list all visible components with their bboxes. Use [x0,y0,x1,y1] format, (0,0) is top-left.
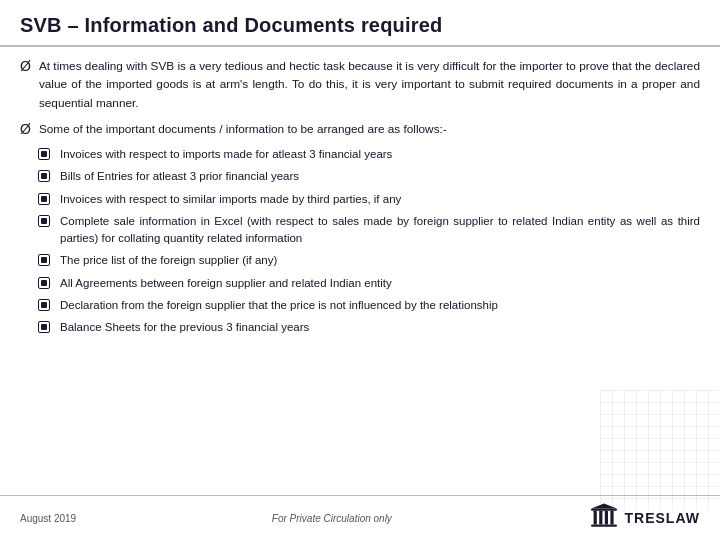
list-item: Bills of Entries for atleast 3 prior fin… [38,168,700,185]
bullet-square-icon [38,148,50,160]
svg-rect-5 [604,511,607,525]
bullet-arrow-1: Ø [20,58,31,74]
footer-date: August 2019 [20,513,76,524]
slide: SVB – Information and Documents required… [0,0,720,540]
footer-center-text: For Private Circulation only [272,513,392,524]
sub-bullet-text-5: All Agreements between foreign supplier … [60,275,392,292]
sub-bullet-text-6: Declaration from the foreign supplier th… [60,297,498,314]
sub-bullet-text-0: Invoices with respect to imports made fo… [60,146,392,163]
svg-rect-2 [591,508,617,510]
list-item: Invoices with respect to imports made fo… [38,146,700,163]
main-bullet-2: Ø Some of the important documents / info… [20,120,700,138]
content-area: Ø At times dealing with SVB is a very te… [0,47,720,495]
bullet-text-1: At times dealing with SVB is a very tedi… [39,57,700,112]
sub-bullet-text-7: Balance Sheets for the previous 3 financ… [60,319,309,336]
sub-bullet-text-3: Complete sale information in Excel (with… [60,213,700,248]
footer-logo: TRESLAW [588,502,700,534]
svg-rect-6 [610,511,613,525]
svg-rect-1 [591,524,617,526]
bullet-square-icon [38,299,50,311]
main-bullet-1: Ø At times dealing with SVB is a very te… [20,57,700,112]
sub-bullet-text-1: Bills of Entries for atleast 3 prior fin… [60,168,299,185]
header: SVB – Information and Documents required [0,0,720,47]
svg-rect-3 [593,511,596,525]
bullet-square-icon [38,277,50,289]
bullet-square-icon [38,254,50,266]
bullet-square-icon [38,215,50,227]
sub-bullet-text-2: Invoices with respect to similar imports… [60,191,401,208]
list-item: Complete sale information in Excel (with… [38,213,700,248]
bullet-text-2: Some of the important documents / inform… [39,120,447,138]
logo-text: TRESLAW [625,510,700,526]
list-item: Invoices with respect to similar imports… [38,191,700,208]
list-item: Declaration from the foreign supplier th… [38,297,700,314]
list-item: All Agreements between foreign supplier … [38,275,700,292]
bullet-square-icon [38,321,50,333]
bullet-square-icon [38,170,50,182]
bullet-square-icon [38,193,50,205]
footer: August 2019 For Private Circulation only… [0,495,720,540]
sub-bullets-list: Invoices with respect to imports made fo… [38,146,700,336]
svg-rect-4 [599,511,602,525]
treslaw-icon [588,502,620,534]
svg-marker-7 [591,504,617,509]
list-item: Balance Sheets for the previous 3 financ… [38,319,700,336]
bullet-arrow-2: Ø [20,121,31,137]
list-item: The price list of the foreign supplier (… [38,252,700,269]
page-title: SVB – Information and Documents required [20,14,443,36]
sub-bullet-text-4: The price list of the foreign supplier (… [60,252,277,269]
